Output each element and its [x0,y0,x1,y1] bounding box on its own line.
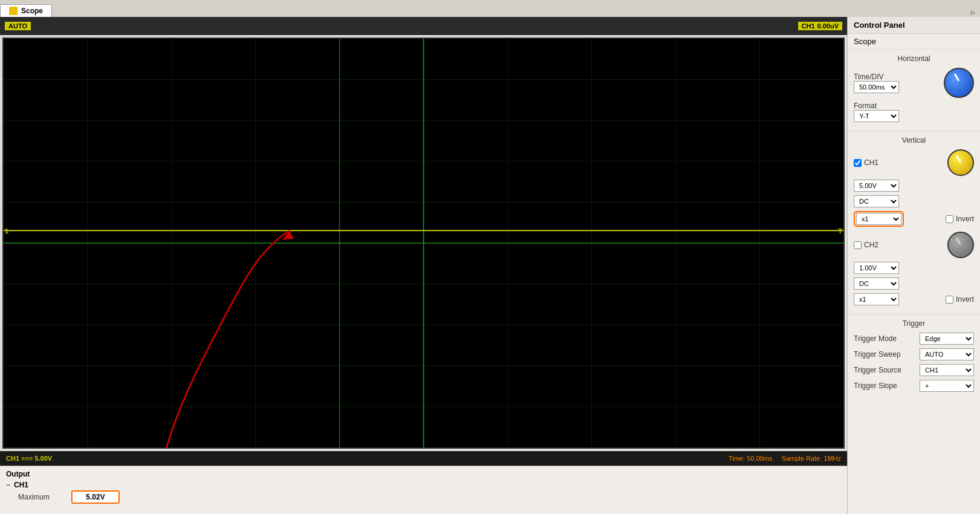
trigger-title: Trigger [854,319,974,328]
scope-tab[interactable]: Scope [0,4,52,17]
ch1-header-label: CH1 [802,22,815,30]
output-maximum-label: Maximum [18,493,66,501]
output-ch1-row: − CH1 [6,481,841,489]
control-panel-subtitle: Scope [848,34,980,50]
output-section: Output − CH1 Maximum 5.02V [0,466,847,514]
ch1-probe-highlight: x1 x10 x100 [854,211,904,227]
ch1-header-badge: CH1 0.00uV [798,22,842,30]
scope-area: AUTO CH1 0.00uV [0,17,847,514]
svg-marker-19 [282,230,294,240]
control-panel: Control Panel Scope Horizontal Time/DIV … [847,17,980,514]
output-maximum-value: 5.02V [71,490,120,504]
knob-indicator [954,73,960,82]
ch2-probe-select[interactable]: x1 x10 x100 [854,293,899,305]
ch2-checkbox-label: CH2 [864,241,878,249]
output-ch1-label: CH1 [14,481,28,489]
trigger-slope-select[interactable]: + - [920,380,974,392]
time-div-knob[interactable] [944,68,974,98]
time-div-knob-container [944,68,974,98]
output-maximum-row: Maximum 5.02V [18,490,841,504]
ch1-coupling-select[interactable]: DC AC GND [854,195,899,207]
ch1-left-marker: 1 [5,227,8,235]
scope-display: ?? 1 T [2,37,845,449]
time-div-select[interactable]: 50.00ms 10.00ms 20.00ms 100.00ms 200.00m… [854,81,899,93]
tab-bar: Scope ▹ [0,0,980,17]
status-ch1-info: CH1 ≡≡≡ 5.00V [6,455,52,462]
trigger-sweep-row: Trigger Sweep AUTO NORMAL SINGLE [854,348,974,360]
trigger-source-row: Trigger Source CH1 CH2 EXT [854,364,974,376]
trigger-source-label: Trigger Source [854,366,908,374]
trigger-mode-row: Trigger Mode Edge Pulse Video [854,333,974,345]
ch1-coupling-row: DC AC GND [854,195,974,207]
scope-tab-label: Scope [21,7,43,15]
scope-grid: ?? [4,39,843,447]
ch2-invert-label: Invert [956,295,974,304]
horizontal-section: Horizontal Time/DIV 50.00ms 10.00ms 20.0… [848,50,980,131]
time-div-row: Time/DIV 50.00ms 10.00ms 20.00ms 100.00m… [854,68,974,98]
trigger-source-select[interactable]: CH1 CH2 EXT [920,364,974,376]
ch2-voltage-select[interactable]: 1.00V 2.00V 5.00V 10.00V [854,262,899,274]
format-row: Format Y-T X-Y [854,102,974,122]
ch2-knob[interactable] [947,232,974,258]
main-container: AUTO CH1 0.00uV [0,17,980,514]
ch2-voltage-row: 1.00V 2.00V 5.00V 10.00V [854,262,974,274]
output-title: Output [6,470,841,478]
tab-scroll-arrow[interactable]: ▹ [971,7,980,17]
ch2-coupling-row: DC AC GND [854,278,974,290]
trigger-mode-label: Trigger Mode [854,334,908,343]
ch1-probe-select[interactable]: x1 x10 x100 [856,213,901,225]
ch1-right-marker: T [838,227,842,235]
ch1-checkbox[interactable] [854,159,862,167]
vertical-title: Vertical [854,136,974,145]
format-label: Format [854,102,899,110]
trigger-slope-label: Trigger Slope [854,382,908,390]
horizontal-title: Horizontal [854,54,974,63]
output-expand-icon[interactable]: − [6,481,10,489]
control-panel-title: Control Panel [848,17,980,34]
trigger-mode-select[interactable]: Edge Pulse Video [920,333,974,345]
ch1-checkbox-row: CH1 [854,149,974,176]
trigger-sweep-label: Trigger Sweep [854,350,908,359]
ch1-knob[interactable] [947,149,974,176]
vertical-section: Vertical CH1 5.00V 1.00V 2.00V 10.00V [848,131,980,314]
auto-badge: AUTO [5,22,31,30]
ch2-invert-checkbox[interactable] [946,296,953,304]
trigger-section: Trigger Trigger Mode Edge Pulse Video Tr… [848,314,980,400]
trigger-sweep-select[interactable]: AUTO NORMAL SINGLE [920,348,974,360]
ch2-probe-row: x1 x10 x100 Invert [854,293,974,305]
ch1-voltage-row: 5.00V 1.00V 2.00V 10.00V [854,180,974,192]
ch2-knob-indicator [956,237,962,246]
ch1-probe-row: x1 x10 x100 Invert [854,211,974,227]
ch2-checkbox-row: CH2 [854,232,974,258]
ch1-invert-label: Invert [956,215,974,223]
scope-status-bar: CH1 ≡≡≡ 5.00V Time: 50.00ms Sample Rate:… [0,451,847,466]
scope-header: AUTO CH1 0.00uV [0,17,847,35]
status-time-info: Time: 50.00ms Sample Rate: 1MHz [729,455,841,462]
ch1-invert-checkbox[interactable] [946,215,953,223]
ch1-header-value: 0.00uV [817,22,839,30]
scope-tab-icon [9,7,18,15]
ch2-checkbox[interactable] [854,241,862,249]
ch1-voltage-select[interactable]: 5.00V 1.00V 2.00V 10.00V [854,180,899,192]
ch1-knob-indicator [956,155,962,163]
trigger-slope-row: Trigger Slope + - [854,380,974,392]
ch1-checkbox-label: CH1 [864,158,878,167]
format-select[interactable]: Y-T X-Y [854,110,899,122]
ch2-coupling-select[interactable]: DC AC GND [854,278,899,290]
time-div-label: Time/DIV [854,73,899,81]
